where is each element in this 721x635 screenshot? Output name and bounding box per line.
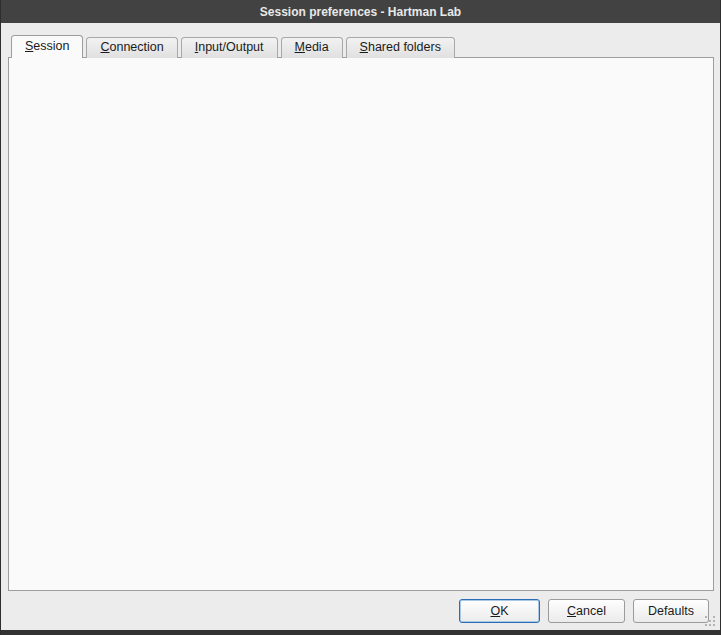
ok-button[interactable]: OK (459, 599, 540, 623)
window-bottom-border (1, 630, 720, 635)
tab-media[interactable]: Media (281, 37, 343, 58)
window-title: Session preferences - Hartman Lab (260, 5, 461, 19)
session-tab-panel (8, 57, 714, 591)
tab-input-output[interactable]: Input/Output (181, 37, 278, 58)
defaults-button[interactable]: Defaults (633, 599, 709, 623)
tab-connection[interactable]: Connection (86, 37, 177, 58)
resize-grip[interactable] (705, 616, 716, 627)
titlebar[interactable]: Session preferences - Hartman Lab (1, 0, 720, 23)
tab-shared-folders[interactable]: Shared folders (346, 37, 455, 58)
cancel-button[interactable]: Cancel (548, 599, 625, 623)
session-preferences-dialog: Session preferences - Hartman Lab Sessio… (0, 0, 721, 635)
tab-bar: Session Connection Input/Output Media Sh… (11, 35, 458, 58)
tab-session[interactable]: Session (11, 35, 83, 58)
